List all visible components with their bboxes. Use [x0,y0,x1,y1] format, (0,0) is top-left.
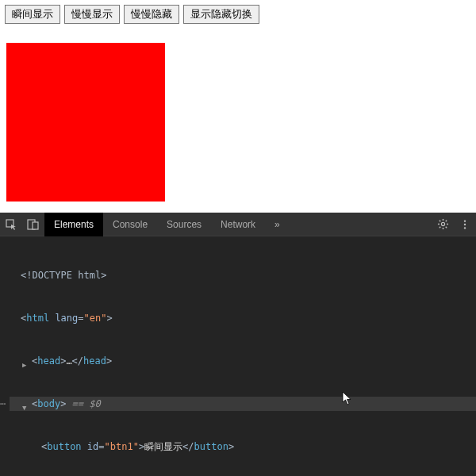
svg-line-11 [445,221,447,222]
node-body-open[interactable]: ⋯▼<body> == $0 [10,397,476,411]
tab-network[interactable]: Network [211,213,265,236]
elements-tree[interactable]: <!DOCTYPE html> <html lang="en"> ▶<head>… [0,236,476,476]
svg-line-8 [439,221,440,222]
inspect-icon[interactable] [0,213,22,236]
devtools-panel: Elements Console Sources Network » <!DOC… [0,213,476,476]
svg-point-12 [464,220,466,221]
red-box [6,43,165,202]
svg-line-9 [445,227,447,228]
svg-point-14 [464,227,466,228]
tab-elements[interactable]: Elements [44,213,103,236]
svg-point-13 [464,223,466,225]
tab-console[interactable]: Console [103,213,157,236]
node-html-open[interactable]: <html lang="en"> [10,311,476,325]
btn-instant-show[interactable]: 瞬间显示 [5,5,60,24]
gear-icon[interactable] [432,213,454,236]
node-head[interactable]: ▶<head>…</head> [10,354,476,368]
page-content: 瞬间显示 慢慢显示 慢慢隐藏 显示隐藏切换 [0,0,476,206]
device-toggle-icon[interactable] [22,213,44,236]
button-row: 瞬间显示 慢慢显示 慢慢隐藏 显示隐藏切换 [5,5,471,24]
svg-point-3 [441,222,444,225]
tab-more[interactable]: » [265,213,290,236]
kebab-icon[interactable] [454,213,476,236]
btn-slow-show[interactable]: 慢慢显示 [64,5,120,24]
btn-slow-hide[interactable]: 慢慢隐藏 [124,5,179,24]
devtools-tabbar: Elements Console Sources Network » [0,213,476,236]
tab-sources[interactable]: Sources [157,213,211,236]
node-doctype[interactable]: <!DOCTYPE html> [10,268,476,282]
node-btn1[interactable]: <button id="btn1">瞬间显示</button> [10,440,476,454]
svg-rect-2 [33,222,38,229]
btn-toggle[interactable]: 显示隐藏切换 [183,5,259,24]
svg-line-10 [439,227,440,228]
